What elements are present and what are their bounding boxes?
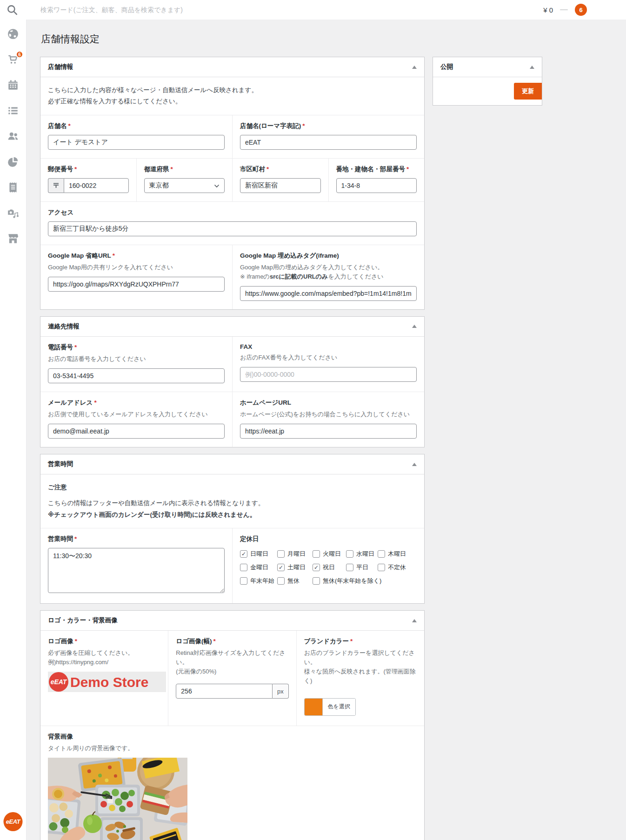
checkbox-unchecked-icon bbox=[277, 550, 285, 558]
collapse-arrow-icon bbox=[412, 325, 417, 328]
holiday-checkbox-3[interactable]: 火曜日 bbox=[313, 550, 344, 558]
sidebar-item-reports[interactable] bbox=[7, 156, 19, 168]
contact-info-header[interactable]: 連絡先情報 bbox=[40, 317, 424, 337]
holiday-checkbox-1[interactable]: ✓日曜日 bbox=[240, 550, 275, 558]
hours-field: 営業時間* 11:30〜20:30 bbox=[40, 528, 232, 603]
page-background: { "topbar": { "search_placeholder": "検索ワ… bbox=[0, 0, 626, 840]
update-button[interactable]: 更新 bbox=[514, 83, 542, 100]
prefecture-select[interactable]: 東京都 bbox=[144, 178, 225, 193]
address-field: 番地・建物名・部屋番号* bbox=[328, 159, 425, 201]
shop-name-roman-input[interactable] bbox=[240, 135, 417, 150]
email-field: メールアドレス* お店側で使用しているメールアドレスを入力してください bbox=[40, 392, 232, 447]
phone-input[interactable] bbox=[48, 368, 225, 383]
gmap-iframe-input[interactable] bbox=[240, 286, 417, 301]
topbar-right: ¥ 0 6 bbox=[543, 4, 587, 16]
holidays-field: 定休日 ✓日曜日月曜日火曜日水曜日木曜日金曜日✓土曜日✓祝日平日不定休年末年始無… bbox=[232, 528, 424, 603]
calendar-icon bbox=[7, 79, 19, 91]
svg-text:eEAT: eEAT bbox=[51, 678, 67, 686]
checkbox-unchecked-icon bbox=[346, 564, 353, 571]
publish-header[interactable]: 公開 bbox=[433, 57, 542, 77]
logo-width-field: ロゴ画像(幅)* Retina対応画像サイズを入力してください。 (元画像の50… bbox=[168, 631, 296, 726]
sidebar-item-media[interactable] bbox=[7, 207, 19, 219]
checkbox-unchecked-icon bbox=[378, 564, 385, 571]
branding-header[interactable]: ロゴ・カラー・背景画像 bbox=[40, 611, 424, 631]
sidebar-item-customers[interactable] bbox=[7, 130, 19, 142]
holiday-checkbox-2[interactable]: 月曜日 bbox=[277, 550, 311, 558]
sidebar-item-invoices[interactable] bbox=[7, 181, 19, 193]
holiday-checkbox-4[interactable]: 水曜日 bbox=[346, 550, 376, 558]
fax-input[interactable] bbox=[240, 367, 417, 382]
business-hours-header[interactable]: 営業時間 bbox=[40, 454, 424, 474]
hours-textarea[interactable]: 11:30〜20:30 bbox=[48, 548, 225, 593]
checkbox-unchecked-icon bbox=[378, 550, 385, 558]
holiday-checkbox-6[interactable]: 金曜日 bbox=[240, 563, 275, 572]
store-info-intro: こちらに入力した内容が様々なページ・自動送信メールへ反映されます。 必ず正確な情… bbox=[40, 77, 424, 115]
sidebar-item-products[interactable] bbox=[7, 105, 19, 117]
phone-field: 電話番号* お店の電話番号を入力してください bbox=[40, 337, 232, 392]
checkbox-unchecked-icon bbox=[240, 564, 247, 571]
holiday-checkbox-11[interactable]: 年末年始 bbox=[240, 577, 275, 585]
store-info-card: 店舗情報 こちらに入力した内容が様々なページ・自動送信メールへ反映されます。 必… bbox=[40, 57, 425, 310]
topbar: ¥ 0 6 bbox=[0, 0, 626, 20]
holiday-checkbox-12[interactable]: 無休 bbox=[277, 577, 311, 585]
store-icon bbox=[7, 233, 19, 245]
background-image-field: 背景画像 タイトル周りの背景画像です。 bbox=[40, 726, 424, 840]
city-input[interactable] bbox=[240, 178, 321, 193]
holiday-checkbox-8[interactable]: ✓祝日 bbox=[313, 563, 344, 572]
fax-field: FAX お店のFAX番号を入力してください bbox=[232, 337, 424, 392]
holiday-checkbox-10[interactable]: 不定休 bbox=[378, 563, 417, 572]
holiday-checkbox-5[interactable]: 木曜日 bbox=[378, 550, 417, 558]
notification-badge[interactable]: 6 bbox=[575, 4, 587, 16]
postal-mark-icon bbox=[48, 178, 64, 193]
color-select-button[interactable]: 色を選択 bbox=[322, 699, 355, 715]
postal-code-field: 郵便番号* bbox=[40, 159, 136, 201]
checkbox-checked-icon: ✓ bbox=[313, 564, 320, 571]
main-content: 店舗情報設定 店舗情報 こちらに入力した内容が様々なページ・自動送信メールへ反映… bbox=[27, 20, 626, 840]
checkbox-checked-icon: ✓ bbox=[240, 550, 247, 558]
checkbox-unchecked-icon bbox=[313, 550, 320, 558]
collapse-arrow-icon bbox=[412, 463, 417, 466]
pie-chart-icon bbox=[7, 156, 19, 168]
gmap-short-url-input[interactable] bbox=[48, 277, 225, 292]
store-info-header[interactable]: 店舗情報 bbox=[40, 57, 424, 77]
holiday-checkbox-13[interactable]: 無休(年末年始を除く) bbox=[313, 577, 417, 585]
collapse-arrow-icon bbox=[412, 66, 417, 69]
brand-color-picker[interactable]: 色を選択 bbox=[304, 698, 356, 716]
logo-width-input[interactable] bbox=[176, 684, 273, 699]
shop-name-input[interactable] bbox=[48, 135, 225, 150]
holiday-label: 日曜日 bbox=[250, 550, 268, 558]
sidebar-item-store[interactable] bbox=[7, 233, 19, 245]
business-hours-card: 営業時間 ご注意 こちらの情報はフッターや自動送信メール内に表示される情報となり… bbox=[40, 454, 425, 604]
publish-panel: 公開 更新 bbox=[433, 57, 542, 106]
logo-image-field: ロゴ画像* 必ず画像を圧縮してください。 例)https://tinypng.c… bbox=[40, 631, 168, 726]
section-title: ロゴ・カラー・背景画像 bbox=[48, 616, 118, 625]
checkbox-checked-icon: ✓ bbox=[277, 564, 285, 571]
checkbox-unchecked-icon bbox=[346, 550, 353, 558]
sidebar-item-site[interactable] bbox=[7, 28, 19, 40]
access-input[interactable] bbox=[48, 221, 417, 236]
holiday-label: 平日 bbox=[356, 563, 368, 572]
business-hours-notice: ご注意 こちらの情報はフッターや自動送信メール内に表示される情報となります。 ※… bbox=[40, 474, 424, 528]
holiday-label: 祝日 bbox=[323, 563, 335, 572]
holiday-checkbox-9[interactable]: 平日 bbox=[346, 563, 376, 572]
search-icon[interactable] bbox=[6, 4, 18, 16]
holiday-label: 金曜日 bbox=[250, 563, 268, 572]
website-input[interactable] bbox=[240, 424, 417, 439]
contact-info-card: 連絡先情報 電話番号* お店の電話番号を入力してください FAX お店のFAX番… bbox=[40, 316, 425, 447]
publish-title: 公開 bbox=[440, 63, 453, 71]
section-title: 店舗情報 bbox=[48, 63, 73, 71]
postal-code-input[interactable] bbox=[64, 178, 129, 193]
holiday-label: 年末年始 bbox=[250, 577, 274, 585]
eeat-logo[interactable]: eEAT bbox=[4, 812, 23, 831]
checkbox-unchecked-icon bbox=[277, 577, 285, 585]
holiday-label: 月曜日 bbox=[287, 550, 306, 558]
section-title: 営業時間 bbox=[48, 460, 73, 468]
email-input[interactable] bbox=[48, 424, 225, 439]
holiday-label: 不定休 bbox=[388, 563, 406, 572]
sidebar-item-calendar[interactable] bbox=[7, 79, 19, 91]
address-input[interactable] bbox=[336, 178, 417, 193]
sidebar-item-orders[interactable]: 6 bbox=[7, 53, 19, 66]
checkbox-unchecked-icon bbox=[313, 577, 320, 585]
holiday-checkbox-7[interactable]: ✓土曜日 bbox=[277, 563, 311, 572]
search-input[interactable] bbox=[40, 6, 281, 14]
